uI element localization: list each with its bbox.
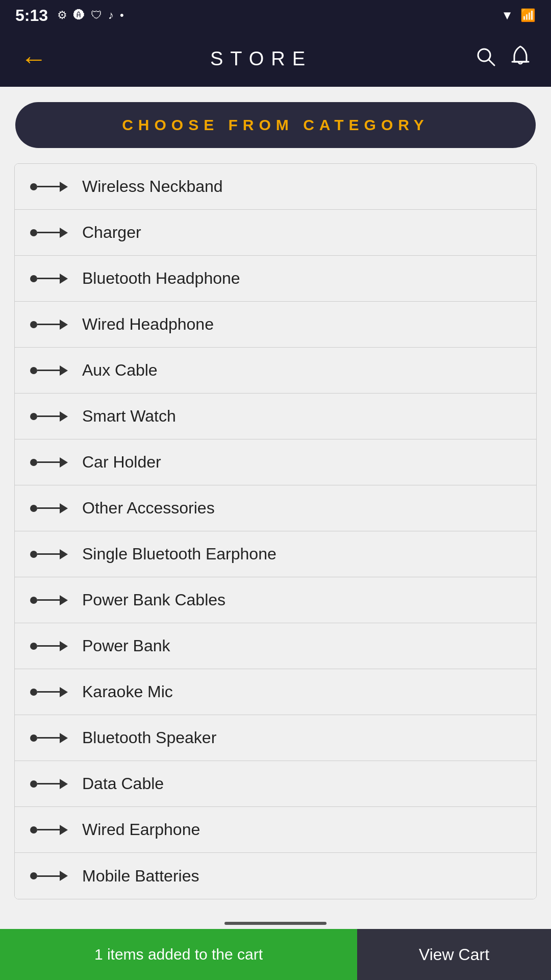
arrow-icon	[30, 871, 68, 881]
bullet-arrow-icon	[30, 503, 68, 513]
category-item[interactable]: Car Holder	[15, 439, 536, 485]
category-item[interactable]: Wired Headphone	[15, 302, 536, 348]
navbar: ← STORE	[0, 31, 551, 87]
category-label: Bluetooth Headphone	[82, 269, 240, 288]
cart-items-text: 1 items added to the cart	[94, 946, 263, 963]
category-label: Wired Earphone	[82, 820, 200, 839]
category-item[interactable]: Mobile Batteries	[15, 853, 536, 899]
bullet-arrow-icon	[30, 182, 68, 192]
category-label: Karaoke Mic	[82, 682, 173, 701]
category-label: Power Bank	[82, 636, 170, 655]
category-item[interactable]: Data Cable	[15, 761, 536, 807]
bullet-arrow-icon	[30, 228, 68, 238]
back-arrow-icon: ←	[20, 44, 47, 74]
category-label: Wireless Neckband	[82, 177, 223, 196]
bullet-arrow-icon	[30, 871, 68, 881]
bullet-arrow-icon	[30, 825, 68, 835]
cart-items-info: 1 items added to the cart	[0, 929, 357, 980]
category-label: Aux Cable	[82, 361, 158, 380]
back-button[interactable]: ←	[20, 45, 47, 72]
category-item[interactable]: Wired Earphone	[15, 807, 536, 853]
category-item[interactable]: Karaoke Mic	[15, 669, 536, 715]
status-icons: ⚙ 🅐 🛡 ♪ •	[57, 9, 124, 22]
category-label: Car Holder	[82, 453, 161, 472]
category-label: Other Accessories	[82, 499, 215, 518]
category-item[interactable]: Power Bank Cables	[15, 577, 536, 623]
arrow-icon	[30, 457, 68, 468]
category-item[interactable]: Single Bluetooth Earphone	[15, 531, 536, 577]
status-time: 5:13	[15, 6, 48, 25]
arrow-icon	[30, 595, 68, 605]
category-label: Data Cable	[82, 774, 164, 793]
bullet-arrow-icon	[30, 687, 68, 697]
bell-icon[interactable]	[510, 45, 531, 72]
bullet-arrow-icon	[30, 365, 68, 376]
bullet-arrow-icon	[30, 320, 68, 330]
category-label: Power Bank Cables	[82, 591, 226, 609]
bullet-arrow-icon	[30, 733, 68, 743]
category-list: Wireless NeckbandChargerBluetooth Headph…	[14, 163, 537, 899]
category-item[interactable]: Wireless Neckband	[15, 164, 536, 210]
category-label: Single Bluetooth Earphone	[82, 545, 277, 564]
category-banner: CHOOSE FROM CATEGORY	[15, 102, 536, 148]
category-banner-wrapper: CHOOSE FROM CATEGORY	[0, 87, 551, 158]
bottom-nav-indicator	[224, 922, 327, 925]
status-bar: 5:13 ⚙ 🅐 🛡 ♪ • ▼ 📶	[0, 0, 551, 31]
arrow-icon	[30, 733, 68, 743]
category-label: Smart Watch	[82, 407, 176, 426]
arrow-icon	[30, 687, 68, 697]
arrow-icon	[30, 549, 68, 559]
category-item[interactable]: Power Bank	[15, 623, 536, 669]
category-label: Wired Headphone	[82, 315, 214, 334]
bullet-arrow-icon	[30, 595, 68, 605]
page-title: STORE	[210, 48, 312, 70]
arrow-icon	[30, 503, 68, 513]
category-item[interactable]: Smart Watch	[15, 394, 536, 439]
view-cart-button[interactable]: View Cart	[357, 929, 551, 980]
category-label: Bluetooth Speaker	[82, 728, 216, 747]
autofill-icon: 🅐	[73, 9, 85, 22]
music-icon: ♪	[108, 9, 114, 22]
shield-icon: 🛡	[91, 9, 102, 22]
category-item[interactable]: Charger	[15, 210, 536, 256]
category-list-wrapper: Wireless NeckbandChargerBluetooth Headph…	[0, 158, 551, 961]
bullet-arrow-icon	[30, 411, 68, 422]
bullet-arrow-icon	[30, 779, 68, 789]
bullet-arrow-icon	[30, 549, 68, 559]
bullet-arrow-icon	[30, 641, 68, 651]
arrow-icon	[30, 641, 68, 651]
category-banner-text: CHOOSE FROM CATEGORY	[122, 116, 429, 134]
bullet-arrow-icon	[30, 274, 68, 284]
category-item[interactable]: Bluetooth Speaker	[15, 715, 536, 761]
view-cart-label: View Cart	[419, 945, 489, 964]
arrow-icon	[30, 182, 68, 192]
bullet-arrow-icon	[30, 457, 68, 468]
wifi-icon: ▼	[501, 8, 513, 22]
status-right: ▼ 📶	[501, 8, 536, 22]
category-item[interactable]: Other Accessories	[15, 485, 536, 531]
dot-icon: •	[120, 9, 124, 22]
arrow-icon	[30, 825, 68, 835]
arrow-icon	[30, 365, 68, 376]
status-left: 5:13 ⚙ 🅐 🛡 ♪ •	[15, 6, 124, 25]
arrow-icon	[30, 779, 68, 789]
gear-icon: ⚙	[57, 9, 67, 22]
search-icon[interactable]	[475, 46, 496, 71]
arrow-icon	[30, 274, 68, 284]
nav-actions	[475, 45, 531, 72]
category-item[interactable]: Aux Cable	[15, 348, 536, 394]
category-label: Charger	[82, 223, 141, 242]
signal-icon: 📶	[520, 8, 536, 22]
category-label: Mobile Batteries	[82, 867, 199, 886]
arrow-icon	[30, 228, 68, 238]
cart-bar: 1 items added to the cart View Cart	[0, 929, 551, 980]
svg-line-1	[489, 60, 494, 65]
category-item[interactable]: Bluetooth Headphone	[15, 256, 536, 302]
arrow-icon	[30, 411, 68, 422]
arrow-icon	[30, 320, 68, 330]
